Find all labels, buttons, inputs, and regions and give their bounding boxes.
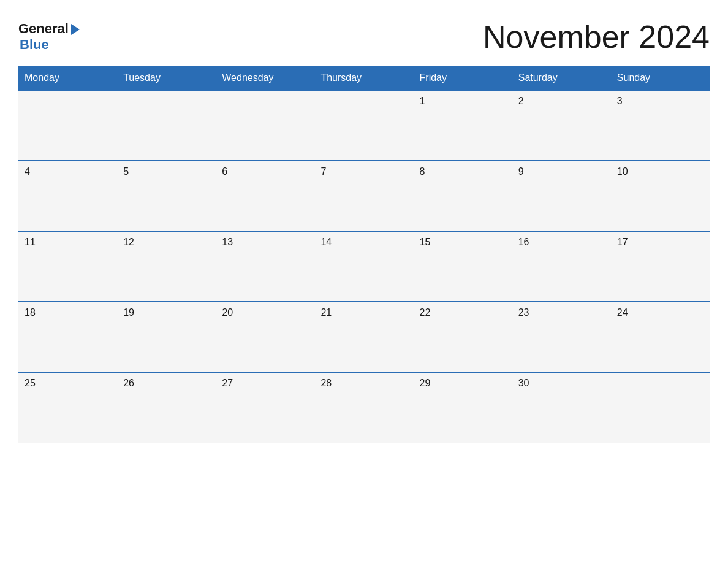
day-number: 11	[25, 237, 111, 248]
day-cell: 17	[611, 231, 710, 302]
day-cell: 12	[117, 231, 216, 302]
week-row-3: 11121314151617	[18, 231, 710, 302]
day-cell	[611, 372, 710, 443]
day-cell: 29	[414, 372, 512, 443]
day-number: 27	[222, 378, 308, 389]
day-number: 3	[617, 96, 703, 107]
day-number: 24	[617, 307, 703, 318]
day-cell: 18	[18, 302, 117, 372]
day-number: 14	[320, 237, 407, 248]
day-number: 30	[518, 378, 605, 389]
day-cell: 5	[117, 161, 216, 231]
day-cell	[216, 90, 314, 161]
day-number: 20	[222, 307, 308, 318]
day-cell: 8	[414, 161, 512, 231]
day-cell: 15	[414, 231, 512, 302]
day-cell: 24	[611, 302, 710, 372]
day-cell: 1	[414, 90, 512, 161]
week-row-2: 45678910	[18, 161, 710, 231]
day-number: 26	[123, 378, 210, 389]
day-number: 22	[420, 307, 506, 318]
day-cell: 20	[216, 302, 314, 372]
day-number: 13	[222, 237, 308, 248]
day-number: 4	[25, 166, 111, 177]
header-cell-saturday: Saturday	[512, 66, 611, 90]
day-cell	[117, 90, 216, 161]
day-cell: 21	[314, 302, 413, 372]
calendar-body: 1234567891011121314151617181920212223242…	[18, 90, 710, 443]
calendar-table: MondayTuesdayWednesdayThursdayFridaySatu…	[18, 66, 710, 443]
day-cell: 10	[611, 161, 710, 231]
day-cell	[314, 90, 413, 161]
day-cell: 22	[414, 302, 512, 372]
day-cell: 28	[314, 372, 413, 443]
day-cell: 13	[216, 231, 314, 302]
day-cell: 7	[314, 161, 413, 231]
day-cell: 3	[611, 90, 710, 161]
day-cell: 11	[18, 231, 117, 302]
week-row-4: 18192021222324	[18, 302, 710, 372]
day-number: 1	[420, 96, 506, 107]
header-cell-thursday: Thursday	[314, 66, 413, 90]
logo-triangle-icon	[71, 24, 80, 35]
day-number: 12	[123, 237, 210, 248]
day-number: 17	[617, 237, 703, 248]
day-number: 29	[420, 378, 506, 389]
day-number: 25	[25, 378, 111, 389]
day-cell: 23	[512, 302, 611, 372]
day-number: 2	[518, 96, 605, 107]
day-cell: 30	[512, 372, 611, 443]
day-number: 21	[320, 307, 407, 318]
day-number: 8	[420, 166, 506, 177]
day-number: 7	[320, 166, 407, 177]
header-row: MondayTuesdayWednesdayThursdayFridaySatu…	[18, 66, 710, 90]
week-row-1: 123	[18, 90, 710, 161]
day-number: 28	[320, 378, 407, 389]
day-number: 18	[25, 307, 111, 318]
header-cell-wednesday: Wednesday	[216, 66, 314, 90]
header-cell-monday: Monday	[18, 66, 117, 90]
day-cell: 25	[18, 372, 117, 443]
page-header: General Blue November 2024	[18, 18, 710, 55]
day-cell	[18, 90, 117, 161]
logo: General Blue	[18, 21, 80, 53]
header-cell-friday: Friday	[414, 66, 512, 90]
day-cell: 26	[117, 372, 216, 443]
logo-general-text: General	[18, 21, 69, 37]
header-cell-tuesday: Tuesday	[117, 66, 216, 90]
day-cell: 4	[18, 161, 117, 231]
calendar-title: November 2024	[483, 18, 710, 55]
day-number: 16	[518, 237, 605, 248]
day-cell: 27	[216, 372, 314, 443]
day-number: 15	[420, 237, 506, 248]
day-cell: 16	[512, 231, 611, 302]
week-row-5: 252627282930	[18, 372, 710, 443]
day-cell: 2	[512, 90, 611, 161]
day-number: 6	[222, 166, 308, 177]
header-cell-sunday: Sunday	[611, 66, 710, 90]
day-number: 10	[617, 166, 703, 177]
day-cell: 19	[117, 302, 216, 372]
logo-blue-text: Blue	[20, 37, 49, 53]
day-number: 5	[123, 166, 210, 177]
day-number: 19	[123, 307, 210, 318]
day-number: 9	[518, 166, 605, 177]
day-cell: 14	[314, 231, 413, 302]
day-cell: 6	[216, 161, 314, 231]
day-number: 23	[518, 307, 605, 318]
calendar-header: MondayTuesdayWednesdayThursdayFridaySatu…	[18, 66, 710, 90]
day-cell: 9	[512, 161, 611, 231]
